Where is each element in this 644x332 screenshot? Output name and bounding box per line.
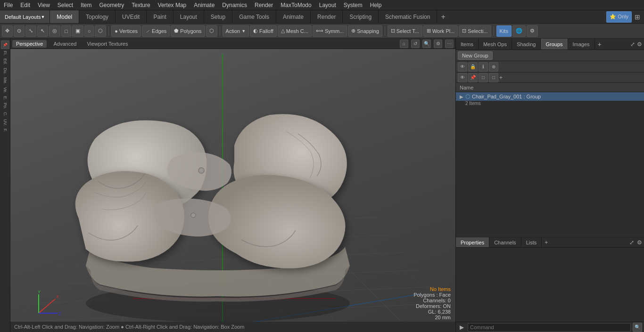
sidebar-polygon[interactable]: Po. [3, 102, 8, 110]
panel-settings-icon[interactable]: ⚙ [637, 41, 642, 48]
menu-render[interactable]: Render [251, 1, 277, 9]
kits-button[interactable]: Kits [496, 25, 512, 37]
bp-expand-icon[interactable]: ⤢ [627, 238, 637, 247]
vp-home-icon[interactable]: ⌂ [400, 40, 408, 48]
menu-file[interactable]: File [0, 1, 17, 9]
menu-animate[interactable]: Animate [190, 1, 218, 9]
loop-tool[interactable]: □ [61, 25, 71, 37]
new-group-button[interactable]: New Group [458, 51, 493, 60]
symmetry-button[interactable]: ⟺ Symm... [313, 25, 347, 37]
viewport-3d[interactable]: X Y Z No Items Polygons : Face Channels:… [10, 49, 455, 332]
sidebar-vertex[interactable]: Ve. [3, 86, 8, 94]
scale-tool[interactable]: ⤡ [25, 25, 36, 37]
groups-list[interactable]: ▶ ⬡ Chair_Pad_Gray_001 : Group 2 Items [456, 92, 644, 237]
menu-maxtomodo[interactable]: MaxToModo [277, 1, 315, 9]
selection2-button[interactable]: ⊡ Selecti... [459, 25, 491, 37]
sidebar-edge[interactable]: E. [3, 95, 8, 101]
group-check-icon-2[interactable]: □ [489, 73, 498, 82]
vp-dots-icon[interactable]: ⋯ [445, 40, 454, 48]
menu-texture[interactable]: Texture [128, 1, 154, 9]
vp-refresh-icon[interactable]: ↺ [411, 40, 420, 48]
polygons-button[interactable]: ⬟ Polygons [171, 25, 205, 37]
maximize-icon[interactable]: ⊞ [635, 13, 640, 21]
tab-add-button[interactable]: + [437, 11, 449, 23]
menu-item[interactable]: Item [77, 1, 95, 9]
edges-button[interactable]: ⟋ Edges [142, 25, 170, 37]
rect-tool[interactable]: ▣ [72, 25, 83, 37]
menu-layout[interactable]: Layout [315, 1, 340, 9]
command-input[interactable] [468, 323, 631, 332]
group-extra-icon[interactable]: ⊕ [489, 62, 498, 72]
group-check-icon[interactable]: □ [479, 73, 488, 82]
bp-tab-lists[interactable]: Lists [521, 237, 542, 247]
vp-tab-perspective[interactable]: Perspective [12, 40, 47, 48]
tab-model[interactable]: Model [50, 10, 79, 23]
menu-select[interactable]: Select [54, 1, 77, 9]
action-button[interactable]: Action ▼ [223, 25, 249, 37]
move-tool[interactable]: ✥ [2, 25, 13, 37]
tab-topology[interactable]: Topology [79, 10, 116, 23]
vp-search-icon[interactable]: 🔍 [422, 40, 431, 48]
rotate-tool[interactable]: ⊙ [14, 25, 25, 37]
tab-setup[interactable]: Setup [204, 10, 232, 23]
settings-icon-btn[interactable]: ⚙ [527, 25, 538, 37]
group-item[interactable]: ▶ ⬡ Chair_Pad_Gray_001 : Group [456, 92, 644, 101]
sidebar-pin[interactable]: 📌 [1, 40, 9, 49]
sidebar-f[interactable]: F. [3, 128, 8, 133]
bp-settings-icon[interactable]: ⚙ [637, 239, 642, 246]
select-through-button[interactable]: ⊡ Select T... [388, 25, 422, 37]
unnamed-mode[interactable]: ⬡ [206, 25, 217, 37]
group-info-icon[interactable]: ℹ [479, 62, 488, 72]
panel-tab-meshops[interactable]: Mesh Ops [479, 39, 512, 49]
menu-system[interactable]: System [340, 1, 366, 9]
vp-tab-advanced[interactable]: Advanced [50, 40, 80, 48]
panel-tab-groups[interactable]: Groups [541, 39, 568, 49]
group-add-icon[interactable]: + [499, 74, 503, 81]
group-pin-icon[interactable]: 📌 [468, 73, 478, 82]
only-button[interactable]: ⭐ Only [606, 11, 632, 23]
cmd-search-icon[interactable]: 🔍 [633, 323, 642, 332]
globe-icon-btn[interactable]: 🌐 [512, 25, 526, 37]
sidebar-edit[interactable]: Ed. [3, 57, 8, 66]
group-lock-icon[interactable]: 🔒 [468, 62, 478, 72]
bp-tab-channels[interactable]: Channels [489, 237, 521, 247]
menu-dynamics[interactable]: Dynamics [218, 1, 251, 9]
sidebar-uv[interactable]: UV. [3, 118, 8, 127]
panel-expand-icon[interactable]: ⤢ [630, 41, 635, 48]
vp-tab-textures[interactable]: Viewport Textures [83, 40, 132, 48]
mesh-button[interactable]: △ Mesh C... [278, 25, 312, 37]
sidebar-c[interactable]: C. [3, 111, 8, 117]
snapping-button[interactable]: ⊕ Snapping [348, 25, 382, 37]
vertices-button[interactable]: ● Vertices [111, 25, 141, 37]
work-plane-button[interactable]: ⊞ Work Pl... [423, 25, 458, 37]
layout-dropdown[interactable]: Default Layouts ▼ [0, 10, 50, 23]
tab-render[interactable]: Render [311, 10, 343, 23]
tab-animate[interactable]: Animate [276, 10, 311, 23]
tab-uvedit[interactable]: UVEdit [116, 10, 147, 23]
lasso-tool[interactable]: ◎ [49, 25, 60, 37]
panel-tab-add[interactable]: + [595, 40, 604, 49]
select-tool[interactable]: ↖ [37, 25, 48, 37]
circle-tool[interactable]: ○ [84, 25, 94, 37]
tab-schematic-fusion[interactable]: Schematic Fusion [379, 10, 437, 23]
group-eye-icon[interactable]: 👁 [458, 62, 467, 72]
group-eye-icon-2[interactable]: 👁 [458, 73, 467, 82]
bp-tab-properties[interactable]: Properties [456, 237, 489, 247]
tab-layout[interactable]: Layout [173, 10, 204, 23]
falloff-button[interactable]: ◐ Falloff [250, 25, 277, 37]
vp-settings-icon[interactable]: ⚙ [434, 40, 442, 48]
panel-tab-images[interactable]: Images [568, 39, 595, 49]
menu-vertex-map[interactable]: Vertex Map [154, 1, 190, 9]
tab-gametools[interactable]: Game Tools [232, 10, 276, 23]
sidebar-mesh[interactable]: Me. [3, 76, 8, 85]
tab-paint[interactable]: Paint [147, 10, 173, 23]
bp-tab-add[interactable]: + [542, 238, 551, 247]
menu-help[interactable]: Help [366, 1, 386, 9]
menu-view[interactable]: View [34, 1, 54, 9]
shield-tool[interactable]: ⬡ [95, 25, 106, 37]
sidebar-dup[interactable]: Du. [3, 67, 8, 75]
menu-edit[interactable]: Edit [17, 1, 34, 9]
panel-tab-shading[interactable]: Shading [512, 39, 541, 49]
menu-geometry[interactable]: Geometry [96, 1, 128, 9]
panel-tab-items[interactable]: Items [456, 39, 479, 49]
